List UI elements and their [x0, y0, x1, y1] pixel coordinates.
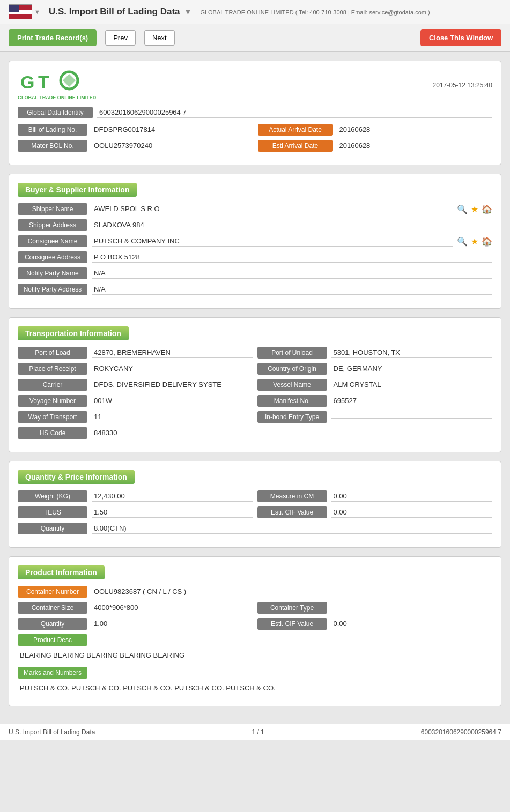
page-title: U.S. Import Bill of Lading Data: [49, 6, 180, 17]
notify-address-row: Notify Party Address N/A: [18, 284, 492, 295]
notify-party-name-label: Notify Party Name: [18, 267, 87, 279]
voyage-number-group: Voyage Number 001W: [18, 395, 253, 407]
inbond-entry-value: [331, 416, 493, 419]
bol-no-value: DFDSPRG0017814: [92, 124, 253, 135]
way-of-transport-group: Way of Transport 11: [18, 411, 253, 423]
consignee-address-value: P O BOX 5128: [92, 252, 492, 263]
product-esti-cif-value: 0.00: [331, 619, 493, 629]
flag-icon: [9, 4, 32, 19]
product-quantity-label: Quantity: [18, 618, 87, 630]
esti-cif-group: Esti. CIF Value 0.00: [257, 506, 493, 518]
shipper-address-label: Shipper Address: [18, 219, 87, 231]
product-card: Product Information Container Number OOL…: [9, 556, 501, 706]
esti-arrival-value: 20160628: [337, 140, 493, 151]
top-bar: ▼ U.S. Import Bill of Lading Data ▼ GLOB…: [0, 0, 510, 24]
notify-party-address-value: N/A: [92, 284, 492, 295]
title-dropdown-icon[interactable]: ▼: [184, 8, 192, 16]
prev-button[interactable]: Prev: [105, 30, 136, 46]
quantity-price-title: Quantity & Price Information: [18, 470, 135, 484]
master-bol-row: Mater BOL No. OOLU2573970240 Esti Arriva…: [18, 140, 492, 152]
master-bol-left: Mater BOL No. OOLU2573970240: [18, 140, 253, 152]
container-type-value: [331, 607, 493, 609]
esti-cif-value: 0.00: [331, 507, 493, 518]
identity-card: G T GLOBAL TRADE ONLINE LIMITED 2017-05-…: [9, 61, 501, 165]
teus-group: TEUS 1.50: [18, 506, 253, 518]
carrier-label: Carrier: [18, 379, 87, 391]
shipper-star-icon[interactable]: ★: [471, 204, 478, 214]
measure-label: Measure in CM: [257, 490, 327, 502]
receipt-origin-row: Place of Receipt ROKYCANY Country of Ori…: [18, 363, 492, 379]
container-number-label: Container Number: [18, 586, 87, 598]
esti-arrival-label: Esti Arrival Date: [258, 140, 333, 152]
notify-party-address-label: Notify Party Address: [18, 284, 87, 295]
consignee-star-icon[interactable]: ★: [471, 236, 478, 247]
shipper-address-value: SLADKOVA 984: [92, 220, 492, 230]
carrier-group: Carrier DFDS, DIVERSIFIED DELIVERY SYSTE: [18, 379, 253, 391]
quantity-price-card: Quantity & Price Information Weight (KG)…: [9, 461, 501, 548]
close-button[interactable]: Close This Window: [420, 29, 501, 46]
next-button[interactable]: Next: [144, 30, 175, 46]
product-esti-cif-group: Esti. CIF Value 0.00: [257, 618, 493, 630]
teus-value: 1.50: [92, 507, 253, 518]
quantity-label: Quantity: [18, 523, 87, 534]
container-type-label: Container Type: [257, 602, 327, 614]
container-size-value: 4000*906*800: [92, 602, 253, 613]
timestamp: 2017-05-12 13:25:40: [433, 81, 492, 89]
main-content: G T GLOBAL TRADE ONLINE LIMITED 2017-05-…: [0, 52, 510, 724]
weight-label: Weight (KG): [18, 490, 87, 502]
manifest-no-label: Manifest No.: [257, 395, 327, 407]
container-size-group: Container Size 4000*906*800: [18, 602, 253, 614]
product-desc-label-row: Product Desc: [18, 634, 492, 646]
teus-cif-row: TEUS 1.50 Esti. CIF Value 0.00: [18, 506, 492, 523]
shipper-name-value: AWELD SPOL S R O: [92, 204, 453, 214]
footer-right: 600320160629000025964 7: [421, 728, 501, 736]
teus-label: TEUS: [18, 506, 87, 518]
shipper-search-icon[interactable]: 🔍: [457, 204, 468, 214]
inbond-entry-label: In-bond Entry Type: [257, 411, 327, 423]
vessel-name-value: ALM CRYSTAL: [331, 379, 493, 390]
actual-arrival-label: Actual Arrival Date: [258, 124, 333, 136]
product-quantity-value: 1.00: [92, 619, 253, 629]
shipper-name-label: Shipper Name: [18, 203, 87, 215]
shipper-address-row: Shipper Address SLADKOVA 984: [18, 219, 492, 231]
weight-value: 12,430.00: [92, 491, 253, 502]
vessel-name-label: Vessel Name: [257, 379, 327, 391]
quantity-value: 8.00(CTN): [92, 523, 492, 534]
container-number-row: Container Number OOLU9823687 ( CN / L / …: [18, 586, 492, 598]
voyage-number-value: 001W: [92, 396, 253, 406]
weight-group: Weight (KG) 12,430.00: [18, 490, 253, 502]
consignee-search-icon[interactable]: 🔍: [457, 236, 468, 247]
shipper-icons: 🔍 ★ 🏠: [457, 204, 492, 214]
carrier-value: DFDS, DIVERSIFIED DELIVERY SYSTE: [92, 379, 253, 390]
inbond-entry-group: In-bond Entry Type: [257, 411, 493, 423]
hs-code-value: 848330: [92, 428, 492, 438]
voyage-manifest-row: Voyage Number 001W Manifest No. 695527: [18, 395, 492, 411]
voyage-number-label: Voyage Number: [18, 395, 87, 407]
toolbar: Print Trade Record(s) Prev Next Close Th…: [0, 24, 510, 52]
place-receipt-group: Place of Receipt ROKYCANY: [18, 363, 253, 375]
measure-group: Measure in CM 0.00: [257, 490, 493, 502]
place-of-receipt-value: ROKYCANY: [92, 363, 253, 374]
port-unload-group: Port of Unload 5301, HOUSTON, TX: [257, 347, 493, 359]
product-quantity-cif-row: Quantity 1.00 Esti. CIF Value 0.00: [18, 618, 492, 634]
global-id-row: Global Data Identity 6003201606290000259…: [18, 107, 492, 118]
buyer-supplier-card: Buyer & Supplier Information Shipper Nam…: [9, 174, 501, 309]
consignee-address-label: Consignee Address: [18, 251, 87, 263]
country-of-origin-label: Country of Origin: [257, 363, 327, 375]
flag-dropdown[interactable]: ▼: [34, 9, 40, 15]
mater-bol-label: Mater BOL No.: [18, 140, 87, 152]
buyer-supplier-title: Buyer & Supplier Information: [18, 183, 137, 197]
print-button[interactable]: Print Trade Record(s): [9, 29, 97, 46]
shipper-home-icon[interactable]: 🏠: [482, 204, 492, 214]
gto-logo: G T GLOBAL TRADE ONLINE LIMITED: [18, 70, 96, 100]
consignee-icons: 🔍 ★ 🏠: [457, 236, 492, 247]
global-data-identity-value: 600320160629000025964 7: [97, 107, 492, 118]
country-of-origin-value: DE, GERMANY: [331, 363, 493, 374]
company-subtitle: GLOBAL TRADE ONLINE LIMITED ( Tel: 400-7…: [200, 8, 430, 16]
port-of-unload-label: Port of Unload: [257, 347, 327, 359]
consignee-home-icon[interactable]: 🏠: [482, 236, 492, 247]
container-type-group: Container Type: [257, 602, 493, 614]
marks-numbers-label-row: Marks and Numbers: [18, 667, 492, 679]
svg-text:T: T: [38, 72, 49, 92]
port-row: Port of Load 42870, BREMERHAVEN Port of …: [18, 347, 492, 363]
